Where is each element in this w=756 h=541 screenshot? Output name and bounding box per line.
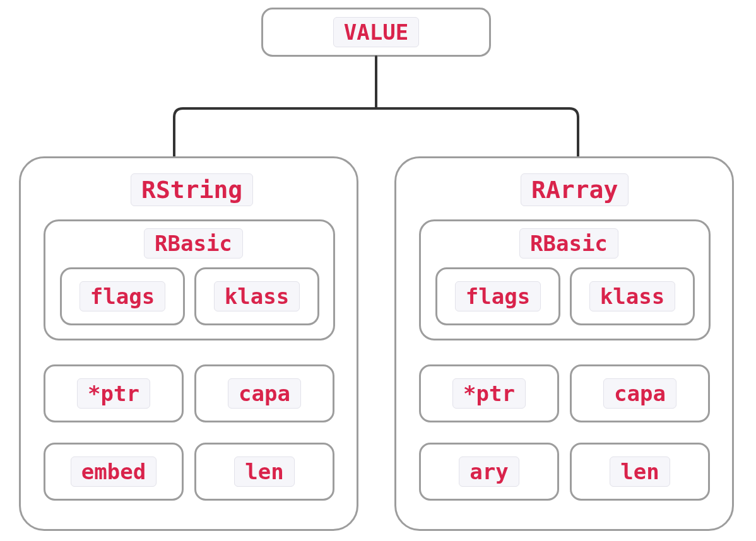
rarray-klass: klass — [589, 281, 675, 311]
rstring-ptr-box: *ptr — [44, 364, 184, 422]
rstring-rbasic-title: RBasic — [144, 228, 243, 259]
rstring-capa-box: capa — [194, 364, 334, 422]
root-label: VALUE — [333, 17, 419, 47]
rarray-ptr-box: *ptr — [419, 364, 559, 422]
rarray-title: RArray — [521, 173, 629, 206]
rstring-capa: capa — [228, 378, 301, 409]
rarray-len-box: len — [570, 443, 710, 501]
rstring-klass: klass — [214, 281, 300, 311]
rarray-flags: flags — [455, 281, 541, 311]
rarray-capa-box: capa — [570, 364, 710, 422]
rstring-ptr: *ptr — [77, 378, 150, 409]
rstring-len: len — [234, 457, 294, 487]
rstring-klass-box: klass — [194, 267, 319, 325]
rstring-embed: embed — [71, 457, 157, 487]
rarray-len: len — [610, 457, 670, 487]
rstring-title: RString — [131, 173, 253, 206]
rarray-capa: capa — [603, 378, 676, 409]
rarray-klass-box: klass — [570, 267, 695, 325]
rstring-len-box: len — [194, 443, 334, 501]
rarray-ary-box: ary — [419, 443, 559, 501]
rarray-rbasic-title: RBasic — [519, 228, 618, 259]
rarray-ptr: *ptr — [452, 378, 526, 409]
rarray-flags-box: flags — [435, 267, 560, 325]
rstring-flags-box: flags — [60, 267, 185, 325]
rstring-embed-box: embed — [44, 443, 184, 501]
root-box: VALUE — [261, 8, 491, 57]
rstring-flags: flags — [80, 281, 165, 311]
rarray-ary: ary — [459, 457, 519, 487]
